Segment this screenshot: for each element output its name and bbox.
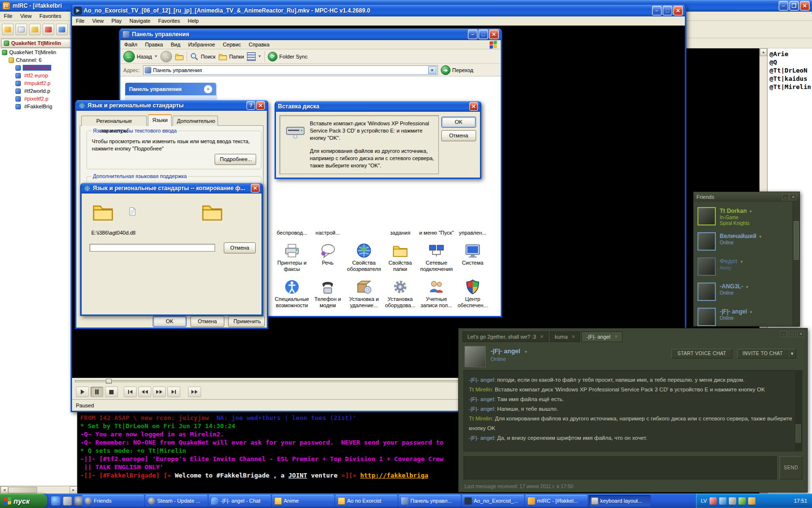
cpanel-menu-item[interactable]: Файл [120, 41, 141, 48]
chevron-down-icon[interactable]: ▼ [749, 209, 753, 214]
cp-item[interactable]: Система [454, 243, 491, 266]
start-button[interactable]: пуск [0, 493, 47, 508]
address-combo[interactable]: Панель управления ▼ [143, 65, 438, 75]
minimize-button[interactable]: – [468, 30, 478, 39]
search-button[interactable]: Поиск [190, 52, 215, 61]
cancel-button[interactable]: Отмена [224, 242, 256, 254]
close-button[interactable]: ✕ [790, 194, 797, 200]
address-book-icon[interactable] [56, 24, 68, 35]
cp-item[interactable]: Специальныевозможности [274, 279, 310, 309]
minimize-button[interactable]: – [652, 6, 662, 15]
cpanel-menu-item[interactable]: Правка [141, 41, 167, 48]
friends-titlebar[interactable]: Friends – ✕ [694, 192, 799, 202]
chevron-down-icon[interactable]: ▼ [749, 310, 753, 314]
dialog-titlebar[interactable]: Язык и региональные стандарты -- копиров… [82, 183, 261, 194]
ok-button[interactable]: OK [153, 316, 187, 327]
pause-button[interactable] [90, 387, 103, 397]
cp-item[interactable]: Телефон имодем [309, 279, 346, 309]
cp-item[interactable]: Сетевыеподключения [418, 243, 455, 272]
folders-button[interactable]: Папки [218, 52, 244, 61]
mpc-menu-item[interactable]: Navigate [126, 17, 154, 25]
cancel-button[interactable]: Отмена [441, 130, 476, 141]
send-button[interactable]: SEND [780, 456, 802, 479]
go-button[interactable]: ➜Переход [441, 65, 474, 75]
skip-forward-button[interactable] [167, 387, 180, 397]
minimize-button[interactable]: – [782, 194, 789, 200]
help-button[interactable]: ? [246, 101, 255, 110]
connect-icon[interactable] [2, 24, 14, 35]
tray-volume-icon[interactable] [748, 497, 755, 505]
tray-usb-icon[interactable] [729, 497, 736, 505]
cp-item[interactable]: Язык ирегональ... [346, 315, 382, 316]
up-folder-icon[interactable] [175, 52, 184, 61]
close-button[interactable]: ✕ [251, 184, 260, 193]
stop-button[interactable] [105, 387, 118, 397]
maximize-button[interactable]: □ [663, 6, 672, 15]
minimize-button[interactable]: – [779, 1, 788, 11]
cp-item[interactable]: Центробеспечен... [454, 279, 491, 309]
scroll-up-icon[interactable]: ▲ [760, 48, 767, 56]
cp-item-label[interactable]: и меню "Пуск" [416, 230, 457, 236]
scrollbar-thumb[interactable] [8, 487, 37, 493]
channel-item[interactable]: #tf2world.p [0, 87, 77, 95]
scroll-left-icon[interactable]: ◄ [0, 486, 8, 494]
taskbar-button[interactable]: Anime [272, 495, 334, 507]
close-button[interactable]: ✕ [469, 102, 478, 111]
address-dropdown-icon[interactable]: ▼ [428, 66, 436, 74]
ok-button[interactable]: OK [441, 117, 476, 128]
nicklist-item[interactable]: @Tt|Mirelin [769, 83, 810, 91]
browser-icon[interactable] [51, 496, 60, 506]
tray-antivirus-icon[interactable] [710, 497, 717, 505]
minimize-button[interactable]: – [780, 331, 787, 337]
cpanel-menu-item[interactable]: Справка [245, 41, 274, 48]
taskbar-button[interactable]: Ao no Exorcist [335, 495, 397, 507]
mpc-menu-item[interactable]: Help [184, 17, 203, 25]
channel-item[interactable]: #mpuktf2.p [0, 79, 77, 87]
invite-dropdown-icon[interactable]: ▾ [788, 349, 796, 359]
taskbar-button[interactable]: -|F|- angel - Chat [209, 495, 271, 507]
language-indicator[interactable]: LV [701, 498, 707, 504]
folder-sync-button[interactable]: ⟳Folder Sync [268, 52, 308, 61]
chat-scrollbar[interactable] [795, 371, 801, 450]
mirc-menu-item[interactable]: View [16, 12, 36, 20]
close-button[interactable]: ✕ [673, 6, 683, 15]
tree-group-row[interactable]: Channel: 6 [0, 56, 77, 64]
tree-server-row[interactable]: QuakeNet Tt|Mirelin [0, 48, 77, 56]
cp-item[interactable]: Свойствапапки [382, 243, 419, 272]
chevron-down-icon[interactable]: ▼ [740, 260, 743, 264]
taskbar-button[interactable]: Friends [82, 495, 144, 507]
cp-item[interactable]: Установкаоборудова... [382, 279, 419, 309]
cp-item[interactable]: Электропи... [309, 315, 346, 316]
cancel-button[interactable]: Отмена [190, 316, 224, 327]
cp-item[interactable]: Принтеры ифаксы [274, 243, 310, 272]
dialog-titlebar[interactable]: Вставка диска ✕ [276, 101, 480, 112]
switchbar-server-button[interactable]: QuakeNet Tt|Mirelin [1, 39, 73, 48]
apply-button[interactable]: Применить [228, 316, 265, 327]
options-icon[interactable] [15, 24, 27, 35]
taskbar-button[interactable]: mIRC - [#fakkel... [525, 495, 587, 507]
tab-3[interactable]: Дополнительно [173, 116, 218, 126]
friend-item[interactable]: Tt Dorkan▼In-GameSpiral Knights [694, 205, 790, 230]
chat-tab[interactable]: kuma✕ [550, 331, 580, 342]
close-tab-icon[interactable]: ✕ [540, 334, 544, 339]
mpc-titlebar[interactable]: Ao_no_Exorcist_TV_[06_of_12]_[ru_jp]_[An… [72, 5, 685, 16]
taskbar-button[interactable]: Панель управл... [399, 495, 461, 507]
restore-button[interactable]: ❐ [789, 1, 799, 11]
invite-to-chat-button[interactable]: INVITE TO CHAT [737, 349, 788, 359]
cpanel-titlebar[interactable]: Панель управления – □ ✕ [120, 29, 501, 40]
cp-item[interactable]: Учетныезаписи пол... [418, 279, 455, 309]
mirc-menu-item[interactable]: File [0, 12, 16, 20]
chevron-up-icon[interactable]: » [204, 85, 212, 93]
mpc-menu-item[interactable]: Play [107, 17, 125, 25]
friend-item[interactable]: -ANG3L-▼Online [694, 280, 790, 305]
cp-item-label[interactable]: настрой... [307, 230, 348, 236]
channel-item[interactable]: #fakkelbrig [0, 64, 77, 72]
channel-list-icon[interactable] [29, 24, 41, 35]
scrollbar-thumb[interactable] [796, 424, 801, 443]
chat-tab[interactable]: -|F|- angel✕ [581, 331, 623, 342]
chevron-down-icon[interactable]: ▼ [745, 285, 749, 289]
scroll-right-icon[interactable]: ► [70, 486, 77, 494]
nicklist-item[interactable]: @Q [769, 58, 810, 66]
cpanel-menu-item[interactable]: Вид [167, 41, 184, 48]
rewind-button[interactable] [138, 387, 151, 397]
